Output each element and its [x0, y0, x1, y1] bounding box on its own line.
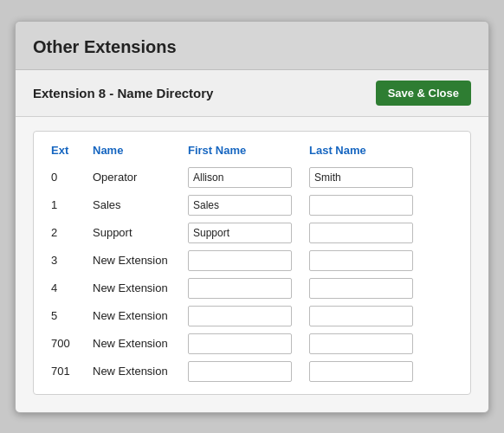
cell-first-name	[184, 330, 306, 358]
cell-ext: 0	[48, 164, 89, 191]
table-row: 4New Extension	[48, 275, 456, 302]
cell-ext: 700	[48, 330, 89, 358]
cell-name: New Extension	[89, 275, 184, 302]
first-name-input[interactable]	[188, 195, 292, 216]
name-directory-table: Ext Name First Name Last Name 0Operator1…	[33, 131, 471, 395]
cell-name: New Extension	[89, 330, 184, 358]
cell-name: New Extension	[89, 247, 184, 275]
last-name-input[interactable]	[309, 250, 413, 271]
cell-last-name	[306, 275, 427, 302]
cell-last-name	[306, 191, 427, 219]
cell-ext: 4	[48, 275, 89, 302]
cell-first-name	[184, 191, 306, 219]
cell-name: Support	[89, 219, 184, 247]
table-row: 0Operator	[48, 164, 456, 191]
cell-last-name	[306, 358, 427, 385]
name-value: Sales	[93, 198, 121, 211]
cell-name: Operator	[89, 164, 184, 191]
ext-value: 2	[51, 226, 57, 239]
cell-first-name	[184, 219, 306, 247]
last-name-input[interactable]	[309, 306, 413, 326]
cell-ext: 3	[48, 247, 89, 275]
name-value: New Extension	[93, 365, 168, 378]
ext-value: 3	[51, 254, 57, 267]
last-name-input[interactable]	[309, 333, 413, 354]
cell-name: Sales	[89, 191, 184, 219]
table-row: 700New Extension	[48, 330, 456, 358]
first-name-input[interactable]	[188, 167, 292, 188]
first-name-input[interactable]	[188, 333, 292, 354]
cell-ext: 1	[48, 191, 89, 219]
cell-first-name	[184, 358, 306, 385]
name-value: Support	[93, 226, 132, 239]
ext-value: 4	[51, 281, 57, 294]
page-title: Other Extensions	[33, 37, 471, 57]
name-value: New Extension	[93, 337, 168, 350]
table-grid: Ext Name First Name Last Name	[48, 144, 456, 164]
cell-first-name	[184, 275, 306, 302]
content-area: Ext Name First Name Last Name 0Operator1…	[16, 117, 488, 412]
cell-last-name	[306, 219, 427, 247]
cell-last-name	[306, 247, 427, 275]
col-header-ext: Ext	[48, 144, 89, 164]
first-name-input[interactable]	[188, 278, 292, 299]
cell-name: New Extension	[89, 358, 184, 385]
cell-name: New Extension	[89, 302, 184, 330]
ext-value: 0	[51, 171, 57, 184]
cell-first-name	[184, 247, 306, 275]
cell-ext: 2	[48, 219, 89, 247]
col-header-first-name: First Name	[184, 144, 306, 164]
first-name-input[interactable]	[188, 250, 292, 271]
name-value: New Extension	[93, 254, 168, 267]
save-close-button[interactable]: Save & Close	[376, 81, 471, 106]
ext-value: 701	[51, 365, 70, 378]
cell-first-name	[184, 302, 306, 330]
table-rows: 0Operator1Sales2Support3New Extension4Ne…	[48, 164, 456, 385]
last-name-input[interactable]	[309, 223, 413, 243]
first-name-input[interactable]	[188, 361, 292, 382]
ext-value: 5	[51, 309, 57, 322]
last-name-input[interactable]	[309, 195, 413, 216]
name-value: New Extension	[93, 281, 168, 294]
cell-first-name	[184, 164, 306, 191]
col-header-name: Name	[89, 144, 184, 164]
cell-last-name	[306, 330, 427, 358]
table-row: 3New Extension	[48, 247, 456, 275]
name-value: Operator	[93, 171, 137, 184]
cell-ext: 5	[48, 302, 89, 330]
first-name-input[interactable]	[188, 306, 292, 326]
ext-value: 1	[51, 198, 57, 211]
table-row: 701New Extension	[48, 358, 456, 385]
col-header-last-name: Last Name	[306, 144, 427, 164]
name-value: New Extension	[93, 309, 168, 322]
ext-value: 700	[51, 337, 70, 350]
table-row: 1Sales	[48, 191, 456, 219]
last-name-input[interactable]	[309, 167, 413, 188]
table-row: 2Support	[48, 219, 456, 247]
section-header: Extension 8 - Name Directory Save & Clos…	[16, 70, 488, 117]
first-name-input[interactable]	[188, 223, 292, 243]
table-row: 5New Extension	[48, 302, 456, 330]
section-title: Extension 8 - Name Directory	[33, 86, 213, 100]
cell-last-name	[306, 302, 427, 330]
main-window: Other Extensions Extension 8 - Name Dire…	[15, 21, 489, 413]
last-name-input[interactable]	[309, 278, 413, 299]
cell-last-name	[306, 164, 427, 191]
cell-ext: 701	[48, 358, 89, 385]
window-header: Other Extensions	[16, 22, 488, 70]
last-name-input[interactable]	[309, 361, 413, 382]
